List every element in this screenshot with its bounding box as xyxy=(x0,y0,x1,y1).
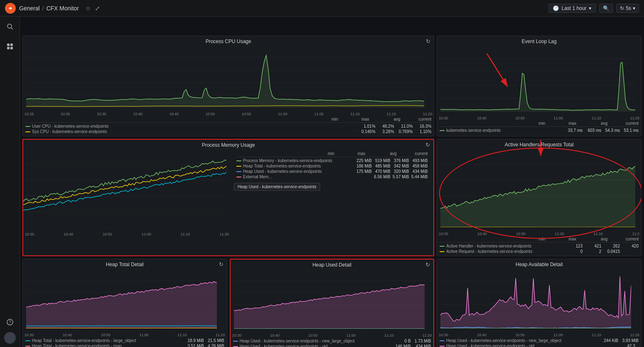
breadcrumb-parent[interactable]: General xyxy=(19,5,40,12)
panel-heap-available-title: Heap Available Detail xyxy=(437,259,641,268)
cpu-series-1-color xyxy=(25,131,30,132)
breadcrumb-current: CFX Monitor xyxy=(46,5,79,12)
topnav: General / CFX Monitor ☆ ⤢ 🕐 Last 1 hour … xyxy=(0,0,644,17)
cpu-legend-row-0: User CPU - kubernetes-service-endpoints … xyxy=(25,124,431,129)
panel-memory: Process Memory Usage ↻ minmaxavgcurrent … xyxy=(22,139,434,256)
heap-avail-xaxis: 10:3010:4010:5011:0011:1011:20 xyxy=(437,332,641,337)
panel-cpu-title: Process CPU Usage xyxy=(23,36,434,45)
breadcrumb-separator: / xyxy=(42,5,44,12)
heap-total-legend: Heap Total - kubernetes-service-endpoint… xyxy=(23,337,227,347)
panel-event-loop: Event Loop Lag 10:3010:4010:5011:0011:10… xyxy=(437,36,642,136)
refresh-interval: 5s xyxy=(626,5,631,11)
memory-xaxis: 10:3010:4010:5011:0011:1011:20 xyxy=(23,232,231,236)
panel-memory-title: Process Memory Usage xyxy=(23,140,433,149)
star-icon[interactable]: ☆ xyxy=(85,5,91,12)
event-loop-legend-row-0: kubernetes-service-endpoints 33.7 ms 603… xyxy=(440,128,639,133)
cpu-series-1-vals: 0.146% 3.28% 0.769% 1.10% xyxy=(357,129,431,134)
sidebar-dashboards[interactable] xyxy=(3,40,17,53)
svg-rect-6 xyxy=(10,47,13,49)
panel-memory-refresh[interactable]: ↻ xyxy=(425,142,430,148)
panel-heap-used-title: Heap Used Detail xyxy=(231,260,434,269)
cpu-series-0-label: User CPU - kubernetes-service-endpoints xyxy=(32,124,355,129)
cpu-series-1-label: Sys CPU - kubernetes-service-endpoints xyxy=(32,129,355,134)
mem-legend-row-1: Heap Total - kubernetes-service-endpoint… xyxy=(236,163,428,169)
red-arrow-annotation xyxy=(462,49,545,99)
handlers-legend: minmaxavgcurrent Active Handler - kubern… xyxy=(437,236,641,256)
dashboard-grid: Process CPU Usage ↻ 10:2510:3010:3510:40… xyxy=(20,33,644,347)
sidebar-help[interactable]: ? xyxy=(3,315,17,329)
mem-series-0-color xyxy=(236,160,241,161)
topnav-right: 🕐 Last 1 hour ▾ 🔍 ↻ 5s ▾ xyxy=(548,4,639,13)
clock-icon: 🕐 xyxy=(553,5,559,11)
heap-used-xaxis: 10:3010:4010:5011:0011:1011:20 xyxy=(231,333,434,337)
heap-total-legend-row-0: Heap Total - kubernetes-service-endpoint… xyxy=(25,338,224,343)
chevron-down-icon: ▾ xyxy=(589,5,591,11)
svg-line-2 xyxy=(11,28,13,29)
panel-heap-total-refresh[interactable]: ↻ xyxy=(219,261,224,267)
heap-avail-legend: Heap Used - kubernetes-service-endpoints… xyxy=(437,337,641,347)
memory-tooltip: Heap Used - kubernetes-service-endpoints xyxy=(234,183,320,191)
event-loop-legend: minmaxavgcurrent kubernetes-service-endp… xyxy=(437,120,641,135)
active-handlers-arrow xyxy=(528,139,553,160)
handlers-legend-row-0: Active Handler - kubernetes-service-endp… xyxy=(440,243,639,249)
svg-point-1 xyxy=(7,24,12,28)
event-loop-xaxis: 10:3010:4010:5011:0011:1011:20 xyxy=(437,116,641,120)
chevron-down-icon-refresh: ▾ xyxy=(633,5,635,11)
breadcrumb: General / CFX Monitor xyxy=(19,5,79,12)
memory-legend: minmaxavgcurrent Process Memory - kubern… xyxy=(234,150,430,181)
panel-active-handlers: Active Handlers/Requests Total 10:3010:4… xyxy=(437,139,642,256)
panel-heap-total: Heap Total Detail ↻ 10:3010:4010:5011:00… xyxy=(22,259,227,347)
panel-heap-available: Heap Available Detail 10:3010:4010:5011:… xyxy=(437,259,642,347)
svg-rect-4 xyxy=(10,44,13,46)
panel-event-loop-title: Event Loop Lag xyxy=(437,36,641,45)
avatar[interactable] xyxy=(4,332,16,344)
panel-heap-used: Heap Used Detail ↻ 10:3010:4010:5011:001… xyxy=(230,259,435,347)
heap-avail-legend-row-0: Heap Used - kubernetes-service-endpoints… xyxy=(440,338,639,343)
event-loop-series-0-vals: 33.7 ms 603 ms 54.3 ms 53.1 ms xyxy=(564,128,639,133)
handlers-xaxis: 10:3010:4010:5011:0011:1011:2 xyxy=(437,231,641,236)
handlers-legend-header: minmaxavgcurrent xyxy=(440,237,639,243)
share-icon[interactable]: ⤢ xyxy=(95,5,100,12)
mem-legend-row-0: Process Memory - kubernetes-service-endp… xyxy=(236,158,428,163)
cpu-legend-header: minmaxavgcurrent xyxy=(25,117,431,123)
topnav-icons: ☆ ⤢ xyxy=(85,5,100,12)
zoom-icon: 🔍 xyxy=(603,5,609,11)
mem-legend-row-2: Heap Used - kubernetes-service-endpoints… xyxy=(236,169,428,174)
cpu-series-0-color xyxy=(25,126,30,127)
cpu-legend-row-1: Sys CPU - kubernetes-service-endpoints 0… xyxy=(25,129,431,134)
sidebar-search[interactable] xyxy=(3,20,17,33)
heap-total-xaxis: 10:3010:4010:5011:0011:1011:20 xyxy=(23,332,227,337)
heap-used-legend-row-0: Heap Used - kubernetes-service-endpoints… xyxy=(233,338,431,344)
svg-rect-5 xyxy=(7,47,10,49)
time-range-label: Last 1 hour xyxy=(561,5,586,11)
svg-text:?: ? xyxy=(9,320,11,325)
logo xyxy=(5,3,16,14)
cpu-series-0-vals: 1.01% 48.2% 11.0% 16.3% xyxy=(357,124,431,129)
heap-avail-legend-row-1: Heap Used - kubernetes-service-endpoints… xyxy=(440,343,639,347)
svg-rect-3 xyxy=(7,44,10,46)
panel-cpu-refresh[interactable]: ↻ xyxy=(426,38,430,44)
heap-used-legend: Heap Used - kubernetes-service-endpoints… xyxy=(231,337,434,347)
panel-heap-total-title: Heap Total Detail xyxy=(23,259,227,268)
heap-total-legend-row-1: Heap Total - kubernetes-service-endpoint… xyxy=(25,343,224,347)
time-range-picker[interactable]: 🕐 Last 1 hour ▾ xyxy=(548,4,596,13)
sidebar: ? xyxy=(0,17,20,347)
cpu-xaxis: 10:2510:3010:3510:40 10:4510:5010:5511:0… xyxy=(23,112,434,116)
refresh-icon: ↻ xyxy=(620,5,624,11)
heap-used-legend-row-1: Heap Used - kubernetes-service-endpoints… xyxy=(233,344,431,347)
cpu-legend: minmaxavgcurrent User CPU - kubernetes-s… xyxy=(23,116,434,136)
zoom-button[interactable]: 🔍 xyxy=(599,4,613,13)
event-loop-series-0-color xyxy=(440,130,445,131)
event-loop-legend-header: minmaxavgcurrent xyxy=(440,121,639,127)
event-loop-series-0-label: kubernetes-service-endpoints xyxy=(446,128,562,133)
refresh-button[interactable]: ↻ 5s ▾ xyxy=(616,4,639,13)
mem-legend-row-3: External Mem... 6.56 MiB5.57 MiB5.44 MiB xyxy=(236,174,428,180)
panel-cpu: Process CPU Usage ↻ 10:2510:3010:3510:40… xyxy=(22,36,434,136)
memory-legend-header: minmaxavgcurrent xyxy=(236,151,428,157)
panel-heap-used-refresh[interactable]: ↻ xyxy=(425,262,430,268)
sidebar-bottom: ? xyxy=(3,315,17,344)
handlers-legend-row-1: Active Request - kubernetes-service-endp… xyxy=(440,249,639,254)
